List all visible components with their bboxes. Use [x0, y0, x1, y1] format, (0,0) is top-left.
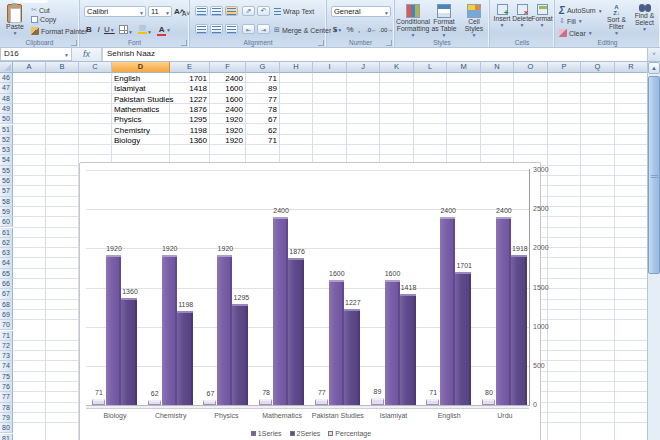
row-header-79[interactable]: 79: [0, 413, 13, 423]
row-header-62[interactable]: 62: [0, 238, 13, 248]
column-header-L[interactable]: L: [414, 62, 447, 73]
clear-button[interactable]: Clear▼: [559, 29, 593, 37]
row-header-48[interactable]: 48: [0, 94, 13, 104]
column-header-C[interactable]: C: [79, 62, 112, 73]
row-header-49[interactable]: 49: [0, 104, 13, 114]
comma-style-button[interactable]: ,: [355, 24, 363, 35]
cell-total[interactable]: 1920: [210, 126, 243, 135]
increase-decimal-button[interactable]: .0←: [365, 24, 378, 35]
bar-percent-7[interactable]: [482, 399, 495, 405]
row-header-76[interactable]: 76: [0, 382, 13, 392]
column-header-F[interactable]: F: [210, 62, 246, 73]
column-header-N[interactable]: N: [481, 62, 514, 73]
column-header-H[interactable]: H: [280, 62, 313, 73]
wrap-arrow-button[interactable]: ↶: [257, 6, 270, 16]
cell-subject[interactable]: Mathematics: [114, 105, 159, 114]
scroll-up-button[interactable]: ▲: [648, 62, 660, 74]
cell-obtained[interactable]: 1701: [170, 74, 207, 83]
sort-filter-button[interactable]: AZ↓ Sort & Filter▼: [603, 4, 630, 36]
row-header-63[interactable]: 63: [0, 248, 13, 258]
bar-percent-5[interactable]: [371, 398, 384, 405]
column-header-E[interactable]: E: [170, 62, 210, 73]
row-header-61[interactable]: 61: [0, 228, 13, 238]
formula-input[interactable]: Sehrish Naaz: [102, 48, 647, 61]
currency-button[interactable]: $▼: [331, 24, 344, 35]
cell-percent[interactable]: 89: [246, 84, 277, 93]
align-top-button[interactable]: [195, 6, 208, 16]
name-box[interactable]: D16 ▼: [0, 48, 72, 61]
format-cells-button[interactable]: Format▼: [532, 4, 552, 28]
bar-percent-6[interactable]: [426, 399, 439, 405]
format-as-table-button[interactable]: Format as Table▼: [429, 4, 459, 38]
cell-obtained[interactable]: 1227: [170, 95, 207, 104]
chart-area[interactable]: 1920136071192011986219201295672400187678…: [79, 162, 541, 440]
align-center-button[interactable]: [210, 24, 223, 34]
cell-subject[interactable]: Physics: [114, 115, 142, 124]
decrease-indent-button[interactable]: ⇤: [242, 24, 255, 34]
align-left-button[interactable]: [195, 24, 208, 34]
bar-obtained-1[interactable]: [177, 311, 193, 405]
bar-percent-2[interactable]: [203, 400, 216, 405]
row-header-57[interactable]: 57: [0, 186, 13, 196]
alignment-dialog-launcher[interactable]: [318, 40, 324, 46]
column-header-B[interactable]: B: [46, 62, 79, 73]
expand-formula-bar-button[interactable]: ˅: [647, 48, 660, 61]
cell-obtained[interactable]: 1876: [170, 105, 207, 114]
row-header-80[interactable]: 80: [0, 423, 13, 433]
cell-percent[interactable]: 78: [246, 105, 277, 114]
cell-percent[interactable]: 62: [246, 126, 277, 135]
fill-color-button[interactable]: ▼: [137, 24, 153, 35]
row-header-69[interactable]: 69: [0, 310, 13, 320]
conditional-formatting-button[interactable]: Conditional Formatting▼: [397, 4, 429, 38]
cell-subject[interactable]: Pakistan Studies: [114, 95, 174, 104]
row-header-58[interactable]: 58: [0, 197, 13, 207]
column-header-D[interactable]: D: [112, 62, 170, 73]
legend-item-1Series[interactable]: 1Series: [251, 430, 282, 437]
paste-button[interactable]: Paste ▼: [6, 4, 24, 36]
autosum-button[interactable]: Σ AutoSum▼: [559, 5, 603, 16]
row-header-72[interactable]: 72: [0, 341, 13, 351]
bar-percent-1[interactable]: [148, 400, 161, 405]
font-color-button[interactable]: A▼: [156, 24, 172, 35]
bar-obtained-5[interactable]: [400, 294, 416, 405]
bar-total-6[interactable]: [440, 217, 455, 405]
row-header-52[interactable]: 52: [0, 135, 13, 145]
decrease-decimal-button[interactable]: .00→: [378, 24, 392, 35]
align-bottom-button[interactable]: [225, 6, 238, 16]
font-dialog-launcher[interactable]: [181, 40, 187, 46]
row-header-60[interactable]: 60: [0, 217, 13, 227]
worksheet[interactable]: ABCDEFGHIJKLMNOPQR 464748495051525354555…: [0, 62, 647, 440]
cell-obtained[interactable]: 1418: [170, 84, 207, 93]
cell-percent[interactable]: 77: [246, 95, 277, 104]
bar-obtained-4[interactable]: [344, 309, 360, 405]
cell-percent[interactable]: 71: [246, 74, 277, 83]
column-header-P[interactable]: P: [548, 62, 581, 73]
row-header-47[interactable]: 47: [0, 83, 13, 93]
bar-total-3[interactable]: [273, 217, 288, 405]
delete-cells-button[interactable]: Delete▼: [512, 4, 532, 28]
column-header-M[interactable]: M: [447, 62, 481, 73]
bar-percent-0[interactable]: [92, 399, 105, 405]
cell-total[interactable]: 2400: [210, 74, 243, 83]
format-painter-button[interactable]: Format Painter: [31, 27, 87, 35]
bar-total-1[interactable]: [162, 255, 177, 405]
bold-button[interactable]: B: [84, 24, 94, 35]
row-header-70[interactable]: 70: [0, 320, 13, 330]
underline-button[interactable]: U▼: [103, 24, 115, 35]
row-header-51[interactable]: 51: [0, 125, 13, 135]
row-header-78[interactable]: 78: [0, 403, 13, 413]
vertical-scrollbar[interactable]: ▲: [647, 62, 660, 440]
column-header-G[interactable]: G: [246, 62, 280, 73]
number-dialog-launcher[interactable]: [386, 40, 392, 46]
borders-button[interactable]: ▼: [118, 24, 134, 35]
insert-function-button[interactable]: fx: [72, 48, 102, 61]
percent-style-button[interactable]: %: [345, 24, 355, 35]
row-header-67[interactable]: 67: [0, 289, 13, 299]
chart-legend[interactable]: 1Series2SeriesPercentage: [80, 430, 542, 437]
clipboard-dialog-launcher[interactable]: [71, 40, 77, 46]
cell-total[interactable]: 1920: [210, 136, 243, 145]
bar-obtained-2[interactable]: [232, 304, 248, 405]
row-header-46[interactable]: 46: [0, 73, 13, 83]
cell-total[interactable]: 2400: [210, 105, 243, 114]
row-header-50[interactable]: 50: [0, 114, 13, 124]
